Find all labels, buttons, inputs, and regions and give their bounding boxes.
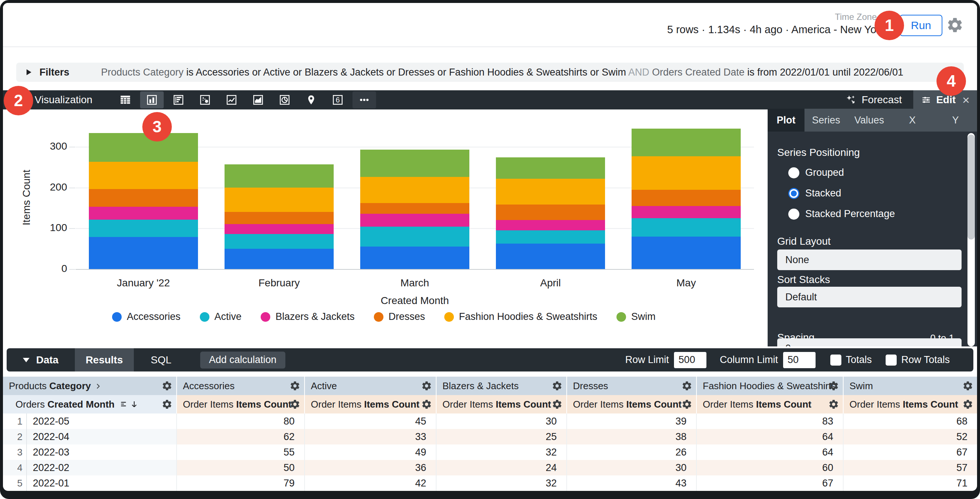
- radio-icon[interactable]: [788, 208, 799, 220]
- month-cell[interactable]: 2022-03: [27, 445, 177, 460]
- field-gear-icon[interactable]: [828, 399, 839, 410]
- value-cell[interactable]: 45: [305, 413, 436, 429]
- table-chart-icon[interactable]: [113, 91, 137, 108]
- close-icon[interactable]: ×: [962, 94, 970, 106]
- tab-x[interactable]: X: [891, 109, 934, 132]
- bar-segment[interactable]: [360, 203, 469, 214]
- bar-segment[interactable]: [496, 179, 605, 205]
- panel-scrollbar-thumb[interactable]: [967, 135, 975, 240]
- tab-sql[interactable]: SQL: [151, 354, 172, 366]
- measure-column-header[interactable]: Accessories: [177, 377, 305, 395]
- value-cell[interactable]: 26: [567, 445, 697, 460]
- month-cell[interactable]: 2022-01: [27, 475, 177, 491]
- run-button[interactable]: Run: [900, 15, 942, 36]
- totals-checkbox[interactable]: [830, 354, 842, 366]
- bar-segment[interactable]: [632, 237, 741, 269]
- value-cell[interactable]: 64: [697, 445, 843, 460]
- value-cell[interactable]: 55: [177, 445, 305, 460]
- bar-segment[interactable]: [89, 220, 198, 237]
- field-gear-icon[interactable]: [681, 399, 692, 410]
- sort-stacks-select[interactable]: Default: [777, 287, 962, 307]
- bar-segment[interactable]: [360, 177, 469, 203]
- bar-segment[interactable]: [496, 157, 605, 178]
- value-cell[interactable]: 52: [843, 429, 977, 445]
- legend-item[interactable]: Active: [200, 311, 242, 323]
- value-cell[interactable]: 24: [436, 460, 567, 475]
- sort-desc-icon[interactable]: [129, 399, 139, 409]
- bar-segment[interactable]: [89, 237, 198, 269]
- month-cell[interactable]: 2022-02: [27, 460, 177, 475]
- forecast-button[interactable]: Forecast: [845, 90, 902, 110]
- panel-scrollbar[interactable]: [967, 133, 975, 346]
- column-chart-icon[interactable]: [140, 91, 164, 108]
- bar-segment[interactable]: [224, 249, 334, 269]
- radio-icon[interactable]: [788, 188, 799, 199]
- single-value-icon[interactable]: 6: [326, 91, 350, 108]
- value-cell[interactable]: 57: [843, 460, 977, 475]
- bar-segment[interactable]: [89, 162, 198, 189]
- field-gear-icon[interactable]: [421, 380, 432, 391]
- value-cell[interactable]: 67: [697, 475, 843, 491]
- bar-segment[interactable]: [89, 133, 198, 162]
- grid-layout-select[interactable]: None: [777, 249, 962, 270]
- measure-subheader[interactable]: Order Items Items Count: [843, 395, 977, 413]
- measure-column-header[interactable]: Dresses: [567, 377, 697, 395]
- radio-stacked-percentage[interactable]: Stacked Percentage: [788, 208, 895, 220]
- field-gear-icon[interactable]: [681, 380, 692, 391]
- bar-segment[interactable]: [224, 224, 334, 234]
- field-gear-icon[interactable]: [962, 380, 974, 391]
- value-cell[interactable]: 43: [567, 475, 697, 491]
- data-label[interactable]: Data: [36, 354, 59, 366]
- bar-segment[interactable]: [632, 156, 741, 190]
- bar-segment[interactable]: [632, 218, 741, 237]
- subtotal-icon[interactable]: [119, 399, 129, 409]
- value-cell[interactable]: 79: [177, 475, 305, 491]
- value-cell[interactable]: 80: [177, 413, 305, 429]
- tab-results[interactable]: Results: [75, 348, 134, 372]
- settings-gear-icon[interactable]: [946, 16, 964, 34]
- value-cell[interactable]: 67: [843, 445, 977, 460]
- bar-segment[interactable]: [224, 234, 334, 249]
- bar-segment[interactable]: [496, 220, 605, 230]
- filters-bar[interactable]: Filters Products Category is Accessories…: [16, 63, 964, 82]
- spacing-input[interactable]: [777, 338, 962, 346]
- legend-item[interactable]: Swim: [616, 311, 655, 323]
- bar-segment[interactable]: [224, 164, 334, 188]
- bar-segment[interactable]: [632, 129, 741, 156]
- chevron-right-icon[interactable]: [94, 381, 102, 389]
- measure-column-header[interactable]: Active: [305, 377, 436, 395]
- legend-item[interactable]: Fashion Hoodies & Sweatshirts: [444, 311, 597, 323]
- value-cell[interactable]: 62: [177, 429, 305, 445]
- value-cell[interactable]: 64: [697, 429, 843, 445]
- map-chart-icon[interactable]: [299, 91, 323, 108]
- radio-icon[interactable]: [788, 167, 799, 178]
- value-cell[interactable]: 42: [305, 475, 436, 491]
- value-cell[interactable]: 36: [305, 460, 436, 475]
- pie-chart-icon[interactable]: [273, 91, 296, 108]
- field-gear-icon[interactable]: [290, 399, 301, 410]
- more-charts-icon[interactable]: [353, 91, 376, 108]
- bar-segment[interactable]: [632, 190, 741, 206]
- area-chart-icon[interactable]: [246, 91, 270, 108]
- measure-subheader[interactable]: Order Items Items Count: [305, 395, 436, 413]
- value-cell[interactable]: 38: [567, 429, 697, 445]
- value-cell[interactable]: 49: [305, 445, 436, 460]
- dimension-column-header[interactable]: Products Category: [3, 377, 177, 395]
- bar-segment[interactable]: [360, 214, 469, 227]
- legend-item[interactable]: Dresses: [374, 311, 425, 323]
- measure-subheader[interactable]: Order Items Items Count: [177, 395, 305, 413]
- value-cell[interactable]: 30: [567, 460, 697, 475]
- expand-filters-icon[interactable]: [27, 69, 31, 75]
- value-cell[interactable]: 32: [436, 475, 567, 491]
- line-chart-icon[interactable]: [220, 91, 243, 108]
- value-cell[interactable]: 30: [436, 413, 567, 429]
- field-gear-icon[interactable]: [290, 380, 301, 391]
- scatter-chart-icon[interactable]: [193, 91, 217, 108]
- column-limit-input[interactable]: [783, 352, 816, 368]
- tab-values[interactable]: Values: [848, 109, 891, 132]
- field-gear-icon[interactable]: [421, 399, 432, 410]
- legend-item[interactable]: Accessories: [112, 311, 181, 323]
- bar-segment[interactable]: [89, 207, 198, 220]
- field-gear-icon[interactable]: [552, 380, 563, 391]
- measure-column-header[interactable]: Blazers & Jackets: [436, 377, 567, 395]
